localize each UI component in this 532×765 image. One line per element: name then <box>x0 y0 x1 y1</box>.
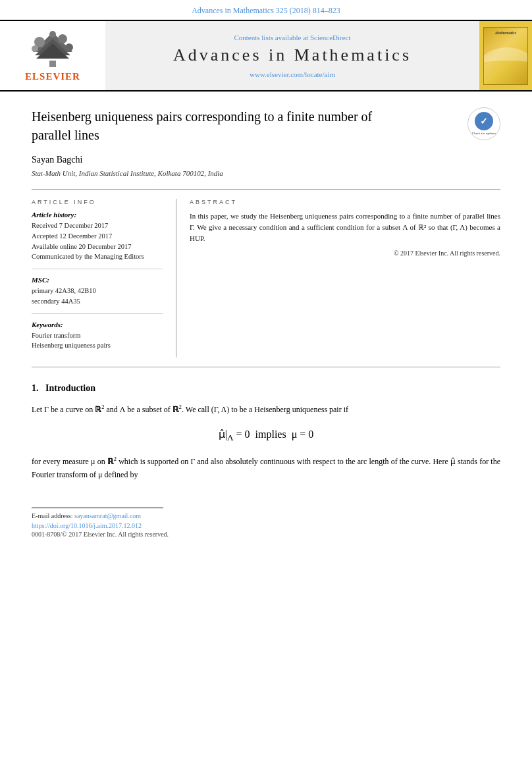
journal-citation-link[interactable]: Advances in Mathematics 325 (2018) 814–8… <box>192 6 340 15</box>
main-content: Heisenberg uniqueness pairs correspondin… <box>0 92 532 551</box>
footnote-email: E-mail address: sayansamrat@gmail.com <box>32 512 500 519</box>
paper-title: Heisenberg uniqueness pairs correspondin… <box>32 107 400 144</box>
accepted-date: Accepted 12 December 2017 <box>32 231 163 242</box>
math-display: μ̂|Λ = 0 implies μ = 0 <box>32 428 500 443</box>
svg-point-8 <box>49 31 56 38</box>
keywords-block: Keywords: Fourier transform Heisenberg u… <box>32 321 163 352</box>
header-section: ELSEVIER Contents lists available at Sci… <box>0 21 532 92</box>
info-abstract-row: ARTICLE INFO Article history: Received 7… <box>32 189 500 367</box>
check-updates-badge[interactable]: ✓ Check for updates <box>467 107 500 140</box>
badge-checkmark-icon: ✓ <box>475 112 493 130</box>
keyword-fourier: Fourier transform <box>32 330 163 341</box>
journal-cover: Mathematics <box>479 21 532 90</box>
author-affiliation: Stat-Math Unit, Indian Statistical Insti… <box>32 169 500 177</box>
svg-point-6 <box>65 43 73 51</box>
journal-url[interactable]: www.elsevier.com/locate/aim <box>250 70 335 78</box>
elsevier-logo: ELSEVIER <box>0 21 105 90</box>
footer-copyright: 0001-8708/© 2017 Elsevier Inc. All right… <box>32 531 500 538</box>
online-date: Available online 20 December 2017 <box>32 242 163 252</box>
math-formula: μ̂|Λ = 0 implies μ = 0 <box>219 429 314 440</box>
article-history-block: Article history: Received 7 December 201… <box>32 211 163 269</box>
journal-top-bar: Advances in Mathematics 325 (2018) 814–8… <box>0 0 532 21</box>
author-name: Sayan Bagchi <box>32 155 500 165</box>
journal-title: Advances in Mathematics <box>173 45 412 65</box>
received-date: Received 7 December 2017 <box>32 221 163 231</box>
article-info-column: ARTICLE INFO Article history: Received 7… <box>32 199 176 357</box>
msc-title: MSC: <box>32 276 163 284</box>
communicated-text: Communicated by the Managing Editors <box>32 251 163 262</box>
intro-paragraph-2: for every measure μ on ℝ2 which is suppo… <box>32 455 500 481</box>
keywords-title: Keywords: <box>32 321 163 329</box>
email-link[interactable]: sayansamrat@gmail.com <box>74 512 141 519</box>
abstract-text: In this paper, we study the Heisenberg u… <box>190 211 500 244</box>
cover-text: Mathematics <box>495 31 516 35</box>
svg-rect-0 <box>49 61 56 67</box>
article-info-label: ARTICLE INFO <box>32 199 163 205</box>
svg-point-7 <box>32 45 38 52</box>
msc-secondary: secondary 44A35 <box>32 296 163 307</box>
email-label: E-mail address: <box>32 512 72 519</box>
msc-block: MSC: primary 42A38, 42B10 secondary 44A3… <box>32 276 163 314</box>
header-center: Contents lists available at ScienceDirec… <box>105 21 479 90</box>
tree-logo-icon <box>23 29 82 68</box>
abstract-label: ABSTRACT <box>190 199 500 205</box>
elsevier-label: ELSEVIER <box>25 71 80 82</box>
section-number: 1. <box>32 383 39 393</box>
cover-image: Mathematics <box>483 27 528 85</box>
footnote-divider <box>32 508 163 508</box>
contents-line: Contents lists available at ScienceDirec… <box>234 34 350 41</box>
section-title: Introduction <box>45 383 95 393</box>
svg-point-5 <box>58 34 67 43</box>
science-direct-link[interactable]: ScienceDirect <box>310 34 351 41</box>
abstract-copyright: © 2017 Elsevier Inc. All rights reserved… <box>190 250 500 257</box>
keyword-hup: Heisenberg uniqueness pairs <box>32 340 163 351</box>
abstract-column: ABSTRACT In this paper, we study the Hei… <box>176 199 500 357</box>
badge-label: Check for updates <box>472 132 496 136</box>
intro-heading: 1. Introduction <box>32 383 500 394</box>
page: Advances in Mathematics 325 (2018) 814–8… <box>0 0 532 765</box>
contents-text: Contents lists available at <box>234 34 308 41</box>
msc-primary: primary 42A38, 42B10 <box>32 286 163 296</box>
intro-paragraph-1: Let Γ be a curve on ℝ2 and Λ be a subset… <box>32 403 500 416</box>
article-history-title: Article history: <box>32 211 163 219</box>
doi-link[interactable]: https://doi.org/10.1016/j.aim.2017.12.01… <box>32 522 500 529</box>
title-row: Heisenberg uniqueness pairs correspondin… <box>32 107 500 155</box>
